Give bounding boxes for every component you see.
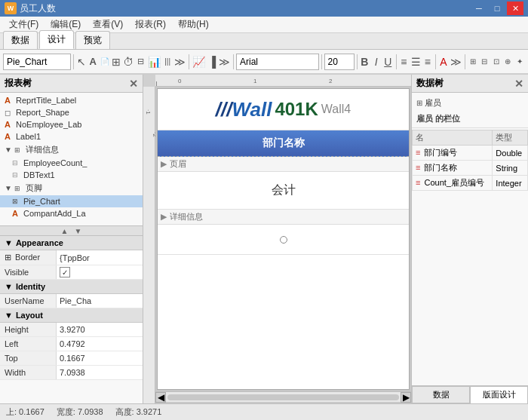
scroll-thumb-h[interactable] (167, 394, 399, 400)
ruler-vertical: ·1 ·2 (143, 87, 155, 403)
scrollbar-horizontal[interactable]: ◀ ▶ (155, 391, 411, 402)
data-tab-layout[interactable]: 版面设计 (470, 386, 528, 403)
field-row-deptid[interactable]: ≡ 部门编号 Double (413, 146, 528, 161)
tree-expand-detail[interactable]: ▼ (5, 146, 12, 154)
more2-tool-button[interactable]: ≫ (218, 53, 231, 71)
time-tool-button[interactable]: ⏱ (122, 53, 134, 71)
prop-height-label: Height (0, 323, 57, 336)
prop-visible-value[interactable] (57, 265, 143, 279)
tree-label-8: Pie_Chart (23, 197, 60, 206)
prop-width-value[interactable]: 7.0938 (57, 366, 143, 379)
maximize-button[interactable]: □ (489, 2, 505, 15)
chart2-tool-button[interactable]: 📈 (192, 53, 206, 71)
minimize-button[interactable]: ─ (471, 2, 487, 15)
barcode-tool-button[interactable]: ||| (162, 53, 173, 71)
status-height: 高度: 3.9271 (115, 406, 162, 418)
prop-border-value[interactable]: {TppBor (57, 250, 143, 265)
tree-icon-db: ⊟ (12, 171, 21, 179)
status-bar: 上: 0.1667 宽度: 7.0938 高度: 3.9271 (0, 403, 528, 420)
extra2-button[interactable]: ⊟ (479, 53, 490, 71)
canvas-viewport[interactable]: ///Wall 401K Wall4 部门名称 ▶ 页眉 (155, 87, 411, 403)
section-header-yemei: ▶ 页眉 (158, 157, 409, 172)
prop-top-row: Top 0.1667 (0, 351, 143, 366)
extra1-button[interactable]: ⊞ (468, 53, 478, 71)
align-center-button[interactable]: ☰ (410, 53, 422, 71)
close-button[interactable]: ✕ (507, 2, 523, 15)
tree-label-1: Report_Shape (16, 108, 69, 117)
menu-file[interactable]: 文件(F) (3, 17, 45, 32)
nav-down-arrow[interactable]: ▼ (75, 227, 82, 235)
scroll-left-button[interactable]: ◀ (155, 392, 166, 403)
menu-view[interactable]: 查看(V) (87, 17, 129, 32)
text-tool-button[interactable]: A (87, 53, 98, 71)
align-left-button[interactable]: ≡ (398, 53, 409, 71)
ruler-h-ticks: 0 1 2 (155, 75, 411, 86)
pointer-tool-button[interactable]: ↖ (76, 53, 87, 71)
align-right-button[interactable]: ≡ (422, 53, 433, 71)
font-name-input[interactable] (236, 54, 319, 70)
tree-item-dbtext1[interactable]: ⊟ DBText1 (0, 169, 143, 181)
tree-item-detail-group[interactable]: ▼ ⊞ 详细信息 (0, 143, 143, 157)
status-position: 上: 0.1667 (6, 406, 45, 418)
underline-button[interactable]: U (382, 53, 393, 71)
extra4-button[interactable]: ⊕ (502, 53, 513, 71)
chart-tool-button[interactable]: 📊 (147, 53, 161, 71)
layout-group-header[interactable]: ▼ Layout (0, 308, 143, 323)
tree-item-noemployee[interactable]: A NoEmployee_Lab (0, 118, 143, 130)
tree-item-footer-group[interactable]: ▼ ⊞ 页脚 (0, 181, 143, 195)
data-tab-data[interactable]: 数据 (412, 386, 470, 403)
more3-button[interactable]: ≫ (450, 53, 462, 71)
extra5-button[interactable]: ✦ (514, 53, 524, 71)
table-icon: ⊞ (416, 99, 422, 107)
nav-up-arrow[interactable]: ▲ (61, 227, 69, 235)
tab-data[interactable]: 数据 (3, 31, 38, 49)
visible-checkbox[interactable] (60, 267, 70, 277)
border-expand-icon[interactable]: ⊞ (5, 253, 11, 262)
tree-item-label1[interactable]: A Label1 (0, 130, 143, 143)
memo-tool-button[interactable]: 📄 (100, 53, 110, 71)
logo-area: ///Wall 401K Wall4 (216, 98, 351, 121)
image-tool-button[interactable]: ⊞ (111, 53, 121, 71)
menu-report[interactable]: 报表(R) (129, 17, 172, 32)
field-row-deptname[interactable]: ≡ 部门名称 String (413, 161, 528, 176)
font-color-button[interactable]: A (438, 53, 449, 71)
appearance-label: Appearance (16, 238, 63, 247)
toolbar-separator-3 (233, 54, 234, 69)
prop-username-value[interactable]: Pie_Cha (57, 294, 143, 308)
tree-item-empcount[interactable]: ⊟ EmployeeCount_ (0, 157, 143, 169)
tree-expand-footer[interactable]: ▼ (5, 184, 12, 192)
scroll-right-button[interactable]: ▶ (401, 392, 411, 403)
prop-top-value[interactable]: 0.1667 (57, 351, 143, 365)
menu-help[interactable]: 帮助(H) (172, 17, 215, 32)
appearance-group-header[interactable]: ▼ Appearance (0, 236, 143, 250)
bar-chart-button[interactable]: ▐ (207, 53, 217, 71)
table-tool-button[interactable]: ⊟ (135, 53, 146, 71)
prop-left-value[interactable]: 0.4792 (57, 337, 143, 351)
identity-group-header[interactable]: ▼ Identity (0, 280, 143, 294)
tree-item-shape[interactable]: ◻ Report_Shape (0, 106, 143, 118)
prop-username-label: UserName (0, 294, 57, 308)
toolbar-separator-6 (396, 54, 397, 69)
bold-button[interactable]: B (359, 53, 370, 71)
tree-label-6: DBText1 (23, 170, 55, 179)
prop-height-value[interactable]: 3.9270 (57, 323, 143, 336)
italic-button[interactable]: I (371, 53, 382, 71)
extra3-button[interactable]: ⊡ (491, 53, 502, 71)
tab-design[interactable]: 设计 (39, 30, 74, 49)
data-tree-table[interactable]: ⊞ 雇员 (412, 96, 528, 110)
font-size-input[interactable] (324, 54, 355, 70)
field-type-3: Integer (493, 176, 528, 191)
more-tool-button[interactable]: ≫ (173, 53, 186, 71)
tree-item-piechart[interactable]: ⊠ Pie_Chart (0, 195, 143, 207)
tree-icon-pie: ⊠ (12, 198, 21, 205)
field-row-count[interactable]: ≡ Count_雇员编号 Integer (413, 176, 528, 191)
data-panel-close[interactable]: ✕ (514, 78, 523, 90)
field-icon-1: ≡ (416, 148, 420, 157)
tree-item-reprttitle[interactable]: A ReprtTitle_Label (0, 94, 143, 106)
field-type-2: String (493, 161, 528, 176)
object-name-input[interactable] (3, 54, 71, 70)
report-tree-close[interactable]: ✕ (129, 78, 138, 90)
tab-preview[interactable]: 预览 (75, 31, 110, 49)
tree-item-compantadd[interactable]: A CompantAdd_La (0, 207, 143, 219)
title-bar: W 员工人数 ─ □ ✕ (0, 0, 528, 17)
